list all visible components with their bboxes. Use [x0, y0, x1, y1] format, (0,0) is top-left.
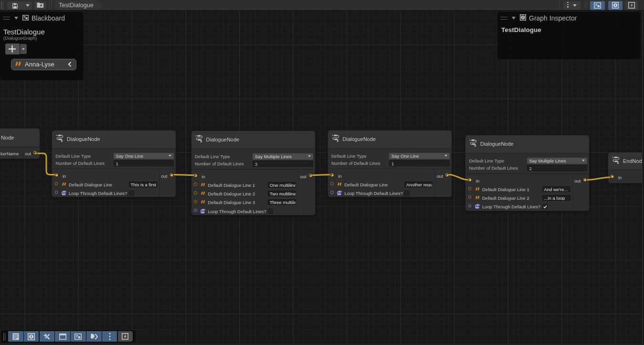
drag-handle-icon [3, 17, 10, 20]
node-title-bar[interactable]: EndNode [608, 152, 644, 171]
minimap-button[interactable] [118, 331, 133, 342]
quote-port[interactable] [55, 182, 58, 185]
line-type-dropdown[interactable]: Say Multiple Lines [527, 158, 588, 164]
blackboard-header[interactable]: Blackboard [0, 12, 84, 24]
loop-port[interactable] [55, 191, 58, 194]
dialogue-line-field[interactable]: Another regular [404, 182, 433, 187]
node-title-bar[interactable]: DialogueNode [465, 135, 589, 153]
node-title-bar[interactable]: DialogueNode [52, 130, 176, 149]
quote-port[interactable] [194, 200, 197, 204]
node-title-bar[interactable]: Node [0, 129, 40, 147]
exposed-property-anna-lyse[interactable]: Anna-Lyse [11, 59, 76, 70]
out-port-connected[interactable] [33, 151, 37, 154]
graph-inspector-button[interactable] [24, 331, 39, 342]
out-port-connected[interactable] [170, 173, 173, 177]
dialogue-line-field[interactable]: Three multiline [268, 199, 296, 205]
port-label: Default Dialogue Line 1 [482, 186, 529, 192]
node-dialoguenode[interactable]: DialogueNodeDefault Line TypeSay Multipl… [191, 130, 316, 216]
loop-checkbox-checked[interactable] [542, 204, 548, 209]
flow-port-connected[interactable] [194, 174, 197, 177]
dialogue-line-field[interactable]: One multiline [268, 182, 296, 188]
loop-checkbox[interactable] [404, 191, 410, 196]
out-port-connected[interactable] [445, 173, 449, 177]
quote-port[interactable] [330, 182, 334, 185]
port-row: Default Dialogue Line 1And we're... [465, 185, 589, 194]
num-lines-field[interactable]: 1 [114, 160, 174, 166]
num-lines-label: Number of Default Lines [331, 160, 380, 166]
flow-port-connected[interactable] [55, 173, 58, 177]
node-flow-icon [90, 334, 98, 340]
minimap-icon [122, 333, 128, 340]
open-button[interactable] [34, 1, 46, 10]
node-title: DialogueNode [480, 141, 514, 147]
port-label: Default Dialogue Line 2 [208, 191, 255, 196]
node-flow-button[interactable] [86, 331, 102, 342]
in-port-connected[interactable] [611, 175, 614, 178]
node-dialoguenode[interactable]: DialogueNodeDefault Line TypeSay One Lin… [52, 130, 176, 197]
inspector-header[interactable]: Graph Inspector [497, 12, 641, 24]
quote-port[interactable] [468, 187, 472, 190]
lightning-icon [628, 2, 635, 9]
window-button[interactable] [55, 331, 70, 342]
toggle-minimap-button[interactable] [625, 1, 638, 10]
num-lines-field[interactable]: 2 [527, 165, 588, 171]
collapse-arrow-icon[interactable] [512, 17, 516, 20]
property-expand-chevron[interactable] [68, 62, 72, 67]
out-port-connected[interactable] [583, 178, 587, 182]
dialogue-line-field[interactable]: ...in a loop [542, 195, 570, 201]
save-dropdown-arrow[interactable] [26, 4, 30, 7]
node-dialoguenode[interactable]: DialogueNodeDefault Line TypeSay Multipl… [465, 135, 590, 211]
node-dialoguenode[interactable]: DialogueNodeDefault Line TypeSay One Lin… [327, 130, 452, 197]
tools-button[interactable] [40, 331, 55, 342]
loop-port[interactable] [194, 209, 197, 212]
quote-icon [475, 194, 480, 202]
more-options-button[interactable] [102, 331, 117, 342]
loop-checkbox[interactable] [129, 191, 134, 196]
port-label: in [476, 178, 479, 183]
dialogue-line-field[interactable]: Two multiline [268, 191, 296, 196]
add-property-dropdown[interactable] [20, 44, 27, 54]
node-properties: Default Line TypeSay Multiple LinesNumbe… [465, 154, 589, 174]
dialogue-flow-icon [195, 134, 203, 145]
quote-port[interactable] [468, 195, 472, 199]
toggle-blackboard-button[interactable] [590, 1, 605, 10]
quote-port[interactable] [194, 191, 197, 194]
node-title: DialogueNode [206, 137, 240, 142]
dialogue-text-button[interactable] [8, 331, 23, 342]
flow-port-connected[interactable] [468, 178, 472, 182]
loop-port[interactable] [330, 191, 334, 194]
num-lines-field[interactable]: 3 [253, 161, 313, 167]
line-type-dropdown[interactable]: Say Multiple Lines [253, 153, 313, 160]
out-port-connected[interactable] [309, 174, 312, 177]
loop-checkbox[interactable] [268, 208, 273, 214]
node-title-bar[interactable]: DialogueNode [191, 131, 315, 149]
add-property-button[interactable] [5, 43, 20, 54]
quote-icon [62, 180, 66, 189]
collapse-arrow-icon[interactable] [14, 17, 18, 20]
toggle-inspector-button[interactable] [608, 1, 623, 10]
toolbar-drag-handle[interactable] [3, 333, 7, 341]
loop-port[interactable] [468, 205, 472, 208]
flow-port-connected[interactable] [330, 173, 334, 177]
line-type-dropdown[interactable]: Say One Line [114, 153, 174, 160]
port-label: in [63, 173, 66, 178]
blackboard-asset-name: TestDialogue [3, 28, 45, 36]
node-endnode[interactable]: EndNodein [608, 152, 644, 183]
tab-label: TestDialogue [59, 2, 93, 9]
toolbar-drag-handle[interactable] [0, 1, 4, 9]
port-label: Default Dialogue Line [345, 182, 388, 187]
blackboard-button[interactable] [71, 331, 86, 342]
window-icon [59, 334, 66, 340]
kebab-icon [567, 2, 569, 9]
tab-testdialogue[interactable]: TestDialogue [55, 0, 102, 10]
port-row: in [465, 176, 589, 185]
dialogue-line-field[interactable]: And we're... [542, 186, 570, 192]
node-node[interactable]: NodekerNameout [0, 128, 40, 159]
num-lines-field[interactable]: 1 [389, 160, 450, 166]
quote-port[interactable] [194, 183, 197, 186]
line-type-dropdown[interactable]: Say One Line [389, 153, 450, 160]
dialogue-line-field[interactable]: This is a first [129, 182, 157, 187]
graph-options-button[interactable] [563, 1, 581, 10]
node-title-bar[interactable]: DialogueNode [328, 130, 452, 149]
save-icon[interactable] [12, 2, 18, 11]
